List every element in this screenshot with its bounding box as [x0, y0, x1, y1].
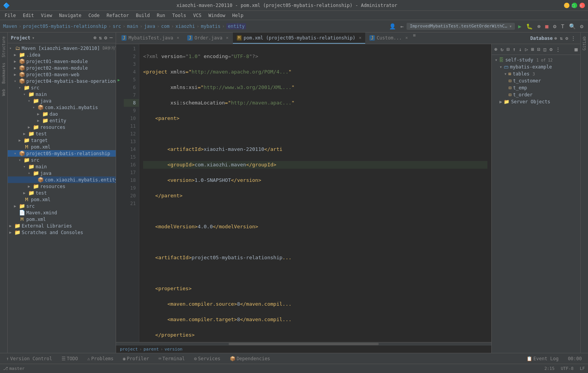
- structure-tab[interactable]: Structure: [1, 34, 7, 60]
- bookmarks-tab[interactable]: Bookmarks: [1, 60, 7, 86]
- db-tables[interactable]: ▾ ⊞ tables 3: [492, 70, 580, 77]
- run-config-selector[interactable]: ImprovedMybatisTest.testGetOrderWithCust…: [407, 23, 515, 30]
- tree-p05-test[interactable]: ▶ 📁 test: [8, 190, 116, 196]
- db-mybatis-example[interactable]: ▾ 🗃 mybatis-example: [492, 63, 580, 70]
- expand-icon[interactable]: ⇅: [99, 35, 102, 41]
- bottom-tab-terminal[interactable]: ⌨ Terminal: [156, 355, 188, 362]
- menu-code[interactable]: Code: [85, 12, 103, 19]
- line-sep-status[interactable]: LF: [580, 366, 585, 371]
- menu-help[interactable]: Help: [229, 12, 246, 19]
- tree-project02[interactable]: ▶ 📦 project02-maven-module: [8, 65, 116, 71]
- menu-refactor[interactable]: Refactor: [103, 12, 132, 19]
- tab-mybatis-test[interactable]: J MybatisTest.java ✕: [118, 33, 183, 44]
- tree-p04-test[interactable]: ▶ 📁 test: [8, 130, 116, 137]
- tree-scratches[interactable]: ▶ 📁 Scratches and Consoles: [8, 229, 116, 236]
- tree-p05-java[interactable]: ▾ 📁 java: [8, 170, 116, 176]
- db-console-icon[interactable]: ▷: [524, 46, 529, 53]
- profile-icon[interactable]: 👤: [388, 22, 397, 30]
- bottom-tab-dependencies[interactable]: 📦 Dependencies: [227, 355, 273, 362]
- editor-scrollbar-thumb[interactable]: [229, 343, 379, 345]
- db-self-study[interactable]: ▾ 🗄 self-study 1 of 12: [492, 56, 580, 63]
- bottom-tab-version-control[interactable]: ↑ Version Control: [3, 355, 55, 362]
- tree-p05-main[interactable]: ▾ 📁 main: [8, 163, 116, 170]
- coverage-button[interactable]: ⊕: [536, 22, 542, 30]
- tree-p05-pom[interactable]: ▶ M pom.xml: [8, 196, 116, 203]
- maximize-button[interactable]: □: [572, 3, 577, 8]
- tab-pom-xml[interactable]: M pom.xml (project05-mybatis-relationshi…: [233, 33, 366, 44]
- tree-p04-resources[interactable]: ▶ 📁 resources: [8, 124, 116, 130]
- tree-root[interactable]: ▾ 🗂 Maven [xiaozhi-maven-220110] DA学习\研究…: [8, 45, 116, 51]
- tree-maven-xmind[interactable]: ▶ 📄 Maven.xmind: [8, 209, 116, 216]
- bc-main[interactable]: main: [127, 24, 138, 29]
- tree-p04-target[interactable]: ▶ 📁 target: [8, 137, 116, 144]
- bc-project05[interactable]: project05-mybatis-relationship: [23, 24, 107, 29]
- db-refresh-icon[interactable]: ↻: [499, 46, 505, 53]
- db-add-icon[interactable]: ⊕: [493, 46, 499, 53]
- settings-icon[interactable]: ⚙: [552, 22, 558, 30]
- db-table-filter-icon[interactable]: ▦: [573, 46, 579, 53]
- project-dropdown-icon[interactable]: ▾: [32, 35, 35, 41]
- bc-src[interactable]: src: [113, 24, 121, 29]
- bc-com[interactable]: com: [161, 24, 170, 29]
- eb-project[interactable]: project: [120, 347, 138, 352]
- tree-project03[interactable]: ▶ 📦 project03-maven-web: [8, 71, 116, 78]
- search-icon[interactable]: 🔍: [567, 22, 577, 30]
- tree-p04-entity[interactable]: ▶ 📁 entity: [8, 117, 116, 124]
- tab-order[interactable]: J Order.java ✕: [183, 33, 232, 44]
- tree-p04-pom[interactable]: ▶ M pom.xml: [8, 144, 116, 150]
- bottom-tab-profiler[interactable]: ◉ Profiler: [120, 355, 152, 362]
- tree-external-libs[interactable]: ▶ 📁 External Libraries: [8, 222, 116, 229]
- tree-root-pom[interactable]: ▶ M pom.xml: [8, 216, 116, 222]
- db-settings-icon[interactable]: ⚙: [548, 46, 554, 53]
- tab-close-mybatis[interactable]: ✕: [177, 35, 179, 40]
- bottom-tab-event-log[interactable]: 📋 Event Log: [523, 355, 562, 362]
- db-server-objects[interactable]: ▶ 📁 Server Objects: [492, 98, 580, 105]
- gear-icon2[interactable]: ⚙: [579, 22, 585, 30]
- db-diagram-icon[interactable]: ◫: [542, 46, 548, 53]
- debug-button[interactable]: 🐛: [525, 22, 534, 30]
- tree-p04-dao[interactable]: ▶ 📁 dao: [8, 111, 116, 117]
- close-button[interactable]: ✕: [579, 3, 585, 8]
- run-button[interactable]: ▶: [516, 22, 523, 30]
- tree-p04-src[interactable]: ▾ 📁 src: [8, 84, 116, 91]
- bottom-tab-services[interactable]: ⚙ Services: [191, 355, 224, 362]
- menu-build[interactable]: Build: [133, 12, 153, 19]
- db-t-customer[interactable]: ⊡ t_customer: [492, 77, 580, 84]
- bc-mybatis[interactable]: mybatis: [201, 24, 220, 29]
- tab-close-pom[interactable]: ✕: [359, 35, 362, 40]
- tree-p05-src[interactable]: ▾ 📁 src: [8, 157, 116, 163]
- tree-project01[interactable]: ▶ 📦 project01-maven-module: [8, 58, 116, 65]
- db-tab-icons[interactable]: ⊕ ⇅ ⚙ ⋮: [554, 36, 576, 41]
- tree-src[interactable]: ▶ 📁 src: [8, 203, 116, 209]
- editor-scrollbar[interactable]: [116, 342, 491, 345]
- tree-project04[interactable]: ▾ 📦 project04-mybatis-base-operation: [8, 78, 116, 84]
- db-schema-icon[interactable]: ⊞: [530, 46, 535, 53]
- db-upload-icon[interactable]: ↑: [511, 46, 517, 53]
- db-t-emp[interactable]: ⊡ t_emp: [492, 84, 580, 91]
- window-controls[interactable]: ─ □ ✕: [564, 3, 585, 8]
- tabs-more-icon[interactable]: ≡: [413, 33, 415, 44]
- code-area[interactable]: <?xml version="1.0" encoding="UTF-8"?> <…: [139, 44, 491, 342]
- translate-icon[interactable]: T: [559, 22, 566, 30]
- tree-p05-resources[interactable]: ▶ 📁 resources: [8, 183, 116, 190]
- locate-icon[interactable]: ⊕: [94, 35, 97, 41]
- menu-vcs[interactable]: VCS: [190, 12, 205, 19]
- menu-file[interactable]: File: [2, 12, 19, 19]
- gutter-run-icon-5[interactable]: ▶: [118, 78, 120, 82]
- menu-view[interactable]: View: [38, 12, 55, 19]
- db-download-icon[interactable]: ↓: [518, 46, 523, 53]
- tree-p04-main[interactable]: ▾ 📁 main: [8, 91, 116, 98]
- encoding-status[interactable]: UTF-8: [561, 366, 574, 371]
- bottom-tab-todo[interactable]: ☰ TODO: [58, 355, 81, 362]
- minimize-panel-icon[interactable]: ─: [109, 35, 113, 41]
- minimize-button[interactable]: ─: [564, 3, 569, 8]
- tab-close-custom[interactable]: ✕: [405, 35, 408, 40]
- menu-navigate[interactable]: Navigate: [56, 12, 85, 19]
- db-table-icon[interactable]: ⊡: [536, 46, 542, 53]
- bottom-tab-problems[interactable]: ⚠ Problems: [84, 355, 117, 362]
- menu-window[interactable]: Window: [205, 12, 228, 19]
- tree-project05[interactable]: ▾ 📦 project05-mybatis-relationship: [8, 150, 116, 157]
- eb-parent[interactable]: parent: [144, 347, 159, 352]
- tree-p04-java[interactable]: ▾ 📁 java: [8, 98, 116, 104]
- tree-p04-pkg[interactable]: ▾ 📦 com.xiaozhi.mybatis: [8, 104, 116, 111]
